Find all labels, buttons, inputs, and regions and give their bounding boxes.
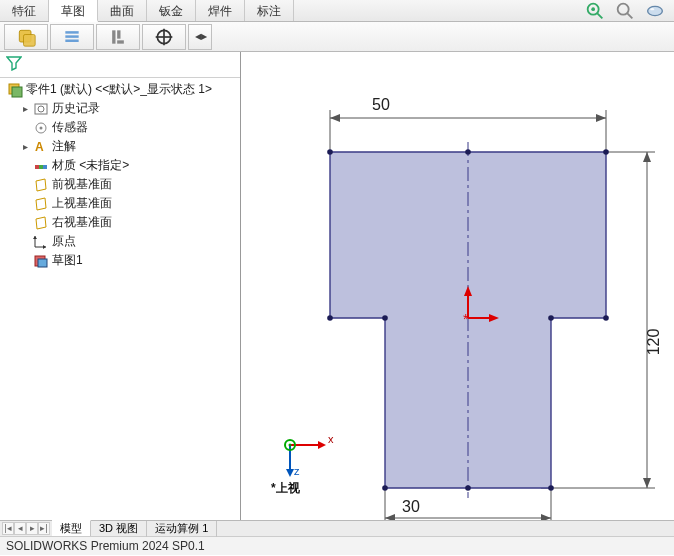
sketch-icon [33,253,49,269]
tree-history[interactable]: ▸ 历史记录 [2,99,238,118]
tree-plane-top[interactable]: 上视基准面 [2,194,238,213]
bottom-tab-motion[interactable]: 运动算例 1 [147,521,217,537]
feature-tree-panel: 零件1 (默认) <<默认>_显示状态 1> ▸ 历史记录 传感器 ▸ A 注解… [0,52,241,520]
plane-icon [33,196,49,212]
panel-overflow-button[interactable]: ◀▶ [188,24,212,50]
triad-z-label: z [294,465,300,477]
triad-x-label: x [328,433,334,445]
command-tabs: 特征 草图 曲面 钣金 焊件 标注 [0,0,674,22]
svg-marker-31 [33,236,37,239]
main-area: 零件1 (默认) <<默认>_显示状态 1> ▸ 历史记录 传感器 ▸ A 注解… [0,52,674,520]
graphics-canvas[interactable]: 50 120 30 [241,52,674,520]
bottom-tab-3dview[interactable]: 3D 视图 [91,521,147,537]
tab-weldment[interactable]: 焊件 [196,0,245,21]
svg-rect-19 [12,87,22,97]
filter-icon[interactable] [6,55,22,74]
tree-root[interactable]: 零件1 (默认) <<默认>_显示状态 1> [2,80,238,99]
svg-rect-13 [117,30,120,38]
svg-text:A: A [35,140,44,154]
zoom-fit-icon[interactable] [584,0,606,25]
bottom-tab-model[interactable]: 模型 [52,520,91,536]
tab-nav: |◂ ◂ ▸ ▸| [0,522,52,535]
tab-surface[interactable]: 曲面 [98,0,147,21]
appearance-icon[interactable] [644,0,666,25]
svg-point-56 [382,485,388,491]
dim-right-text: 120 [645,329,662,356]
status-bar: SOLIDWORKS Premium 2024 SP0.1 [0,536,674,555]
tree-sensors[interactable]: 传感器 [2,118,238,137]
svg-line-4 [627,13,633,19]
svg-marker-48 [541,514,551,520]
tree-sketch1[interactable]: 草图1 [2,251,238,270]
expand-icon[interactable]: ▸ [20,141,30,152]
svg-point-23 [40,126,43,129]
annotations-icon: A [33,139,49,155]
svg-point-58 [327,315,333,321]
svg-rect-12 [112,30,115,43]
tab-annotate[interactable]: 标注 [245,0,294,21]
svg-rect-14 [117,40,124,43]
svg-point-71 [289,444,292,447]
svg-marker-69 [286,469,294,477]
feature-tree[interactable]: 零件1 (默认) <<默认>_显示状态 1> ▸ 历史记录 传感器 ▸ A 注解… [0,78,240,520]
panel-toolbar: ◀▶ [0,22,674,52]
tree-origin[interactable]: 原点 [2,232,238,251]
tab-sheetmetal[interactable]: 钣金 [147,0,196,21]
tab-nav-next[interactable]: ▸ [26,522,38,535]
property-manager-button[interactable] [50,24,94,50]
svg-rect-9 [65,31,78,34]
svg-point-57 [382,315,388,321]
view-tools [584,0,666,25]
view-orientation-label: *上视 [271,480,300,497]
svg-marker-43 [643,478,651,488]
svg-rect-26 [39,165,43,169]
tab-nav-last[interactable]: ▸| [38,522,50,535]
status-text: SOLIDWORKS Premium 2024 SP0.1 [6,539,205,553]
tree-plane-front[interactable]: 前视基准面 [2,175,238,194]
tree-filter-row [0,52,240,78]
history-icon [33,101,49,117]
svg-rect-27 [43,165,47,169]
bottom-view-tabs: |◂ ◂ ▸ ▸| 模型 3D 视图 运动算例 1 [0,520,674,536]
svg-line-1 [597,13,603,19]
svg-point-6 [650,8,654,10]
svg-point-21 [38,106,44,112]
svg-point-52 [603,149,609,155]
expand-icon[interactable]: ▸ [20,103,30,114]
svg-marker-67 [318,441,326,449]
tab-nav-prev[interactable]: ◂ [14,522,26,535]
svg-rect-8 [24,34,36,46]
dim-top-text: 50 [372,96,390,113]
view-triad[interactable]: x z [272,407,342,477]
config-manager-button[interactable] [96,24,140,50]
tree-plane-right[interactable]: 右视基准面 [2,213,238,232]
svg-point-53 [603,315,609,321]
svg-marker-37 [330,114,340,122]
dimxpert-manager-button[interactable] [142,24,186,50]
tab-nav-first[interactable]: |◂ [2,522,14,535]
svg-marker-30 [43,245,46,249]
material-icon [33,158,49,174]
svg-marker-47 [385,514,395,520]
tree-root-label: 零件1 (默认) <<默认>_显示状态 1> [26,81,212,98]
svg-point-5 [648,6,663,15]
plane-icon [33,177,49,193]
svg-point-60 [465,149,471,155]
tree-annotations[interactable]: ▸ A 注解 [2,137,238,156]
svg-marker-38 [596,114,606,122]
svg-rect-25 [35,165,39,169]
svg-rect-33 [38,259,47,267]
feature-manager-button[interactable] [4,24,48,50]
svg-point-59 [465,485,471,491]
sensors-icon [33,120,49,136]
tab-features[interactable]: 特征 [0,0,49,21]
svg-marker-42 [643,152,651,162]
svg-point-2 [591,7,595,11]
svg-text:*: * [463,311,469,327]
dim-bottom-text: 30 [402,498,420,515]
tree-material[interactable]: 材质 <未指定> [2,156,238,175]
zoom-area-icon[interactable] [614,0,636,25]
svg-point-54 [548,315,554,321]
svg-rect-11 [65,39,78,42]
tab-sketch[interactable]: 草图 [49,0,98,22]
